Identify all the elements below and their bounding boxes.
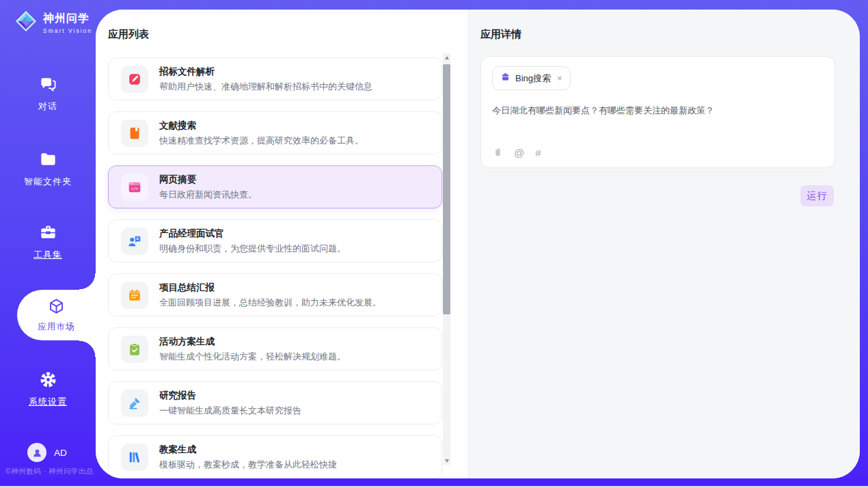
app-card[interactable]: 项目总结汇报 全面回顾项目进展，总结经验教训，助力未来优化发展。 <box>108 273 442 316</box>
app-card[interactable]: 研究报告 一键智能生成高质量长文本研究报告 <box>108 381 442 424</box>
books-icon <box>121 444 148 471</box>
brand-name: 神州问学 <box>43 12 92 26</box>
tab-fillet-top <box>79 273 96 290</box>
prompt-card: Bing搜索 × 今日湖北有哪些新闻要点？有哪些需要关注的最新政策？ @ # <box>480 56 835 168</box>
app-card-list: 招标文件解析 帮助用户快速、准确地理解和解析招标书中的关键信息 文献搜索 快速精… <box>108 57 442 478</box>
sidebar-item-label: 工具集 <box>0 249 96 261</box>
app-name: 网页摘要 <box>159 174 257 186</box>
cube-icon <box>47 297 66 318</box>
app-name: 研究报告 <box>159 390 301 402</box>
interviewer-icon <box>121 228 148 255</box>
app-card[interactable]: 产品经理面试官 明确身份和职责，为您提供专业性的面试问题。 <box>108 219 442 262</box>
tab-fillet-bottom <box>79 340 96 357</box>
hash-icon[interactable]: # <box>535 148 541 159</box>
app-desc: 明确身份和职责，为您提供专业性的面试问题。 <box>159 243 346 255</box>
scroll-up-icon[interactable] <box>443 53 450 62</box>
svg-text:</>: </> <box>131 186 139 191</box>
app-detail-title: 应用详情 <box>480 28 521 41</box>
app-desc: 帮助用户快速、准确地理解和解析招标书中的关键信息 <box>159 81 372 93</box>
app-name: 教案生成 <box>159 444 337 456</box>
copyright-text: ©神州数码 · 神州问学出品 <box>5 467 94 476</box>
app-list-title: 应用列表 <box>108 28 149 41</box>
folder-icon <box>39 159 57 171</box>
app-card[interactable]: 招标文件解析 帮助用户快速、准确地理解和解析招标书中的关键信息 <box>108 57 442 100</box>
calendar-icon <box>121 282 148 309</box>
prompt-input[interactable]: 今日湖北有哪些新闻要点？有哪些需要关注的最新政策？ <box>492 104 824 135</box>
user-initials: AD <box>54 448 67 458</box>
app-desc: 快速精准查找学术资源，提高研究效率的必备工具。 <box>159 135 364 147</box>
attachment-icon[interactable] <box>493 147 503 159</box>
sidebar-item-settings[interactable]: 系统设置 <box>0 370 96 408</box>
run-button[interactable]: 运行 <box>800 185 834 206</box>
app-detail-panel: 应用详情 Bing搜索 × 今日湖北有哪些新闻要点？有哪些需要关注的最新政策？ <box>468 10 860 478</box>
sidebar-item-smart-folder[interactable]: 智能文件夹 <box>0 150 96 188</box>
sidebar-item-label: 应用市场 <box>38 321 75 333</box>
content-panel: 应用列表 招标文件解析 帮助用户快速、准确地理解和解析招标书中的关键信息 文献搜… <box>96 10 860 478</box>
chat-icon <box>39 84 57 96</box>
sidebar-item-label: 智能文件夹 <box>0 176 96 188</box>
gear-icon <box>39 379 57 391</box>
app-desc: 每日政府新闻资讯快查。 <box>159 189 257 201</box>
app-name: 产品经理面试官 <box>159 228 346 240</box>
browser-code-icon: </> <box>121 174 148 201</box>
scroll-down-icon[interactable] <box>443 457 450 465</box>
mention-icon[interactable]: @ <box>514 148 524 159</box>
app-desc: 一键智能生成高质量长文本研究报告 <box>159 405 301 417</box>
app-card[interactable]: 文献搜索 快速精准查找学术资源，提高研究效率的必备工具。 <box>108 111 442 154</box>
scrollbar[interactable] <box>443 53 450 465</box>
app-name: 文献搜索 <box>159 120 364 132</box>
sidebar-item-toolset[interactable]: 工具集 <box>0 223 96 261</box>
sidebar-item-chat[interactable]: 对话 <box>0 75 96 113</box>
sidebar: 神州问学 Smart Vision 对话 智能文件夹 <box>0 0 96 488</box>
tool-chip-label: Bing搜索 <box>515 72 551 85</box>
app-list-panel: 应用列表 招标文件解析 帮助用户快速、准确地理解和解析招标书中的关键信息 文献搜… <box>96 10 468 478</box>
app-card[interactable]: </> 网页摘要 每日政府新闻资讯快查。 <box>108 165 442 208</box>
app-card[interactable]: 活动方案生成 智能生成个性化活动方案，轻松解决规划难题。 <box>108 327 442 370</box>
composer-toolbar: @ # <box>493 147 541 159</box>
doc-edit-icon <box>121 66 148 93</box>
scrollbar-thumb[interactable] <box>443 64 450 314</box>
sidebar-item-label: 系统设置 <box>0 396 96 408</box>
app-card[interactable]: 教案生成 模板驱动，教案秒成，教学准备从此轻松快捷 <box>108 435 442 478</box>
app-name: 招标文件解析 <box>159 66 372 78</box>
app-name: 项目总结汇报 <box>159 282 381 294</box>
close-icon[interactable]: × <box>557 73 562 83</box>
book-icon <box>121 120 148 147</box>
briefcase-icon <box>500 72 511 85</box>
sidebar-item-app-market[interactable]: 应用市场 <box>17 290 96 340</box>
sidebar-item-label: 对话 <box>0 100 96 113</box>
user-account[interactable]: AD <box>27 443 67 462</box>
toolbox-icon <box>39 232 57 244</box>
ink-pen-icon <box>121 390 148 417</box>
brand-logo-icon <box>14 9 38 36</box>
bottom-accent-bar <box>0 478 868 486</box>
clipboard-check-icon <box>121 336 148 363</box>
brand-logo: 神州问学 Smart Vision <box>14 9 92 36</box>
app-desc: 全面回顾项目进展，总结经验教训，助力未来优化发展。 <box>159 297 381 309</box>
app-window: 神州问学 Smart Vision 对话 智能文件夹 <box>0 0 868 488</box>
app-desc: 模板驱动，教案秒成，教学准备从此轻松快捷 <box>159 459 337 471</box>
brand-tagline: Smart Vision <box>43 27 92 34</box>
app-desc: 智能生成个性化活动方案，轻松解决规划难题。 <box>159 351 346 363</box>
avatar <box>27 443 46 462</box>
app-name: 活动方案生成 <box>159 336 346 348</box>
tool-chip-bing-search[interactable]: Bing搜索 × <box>492 66 571 90</box>
